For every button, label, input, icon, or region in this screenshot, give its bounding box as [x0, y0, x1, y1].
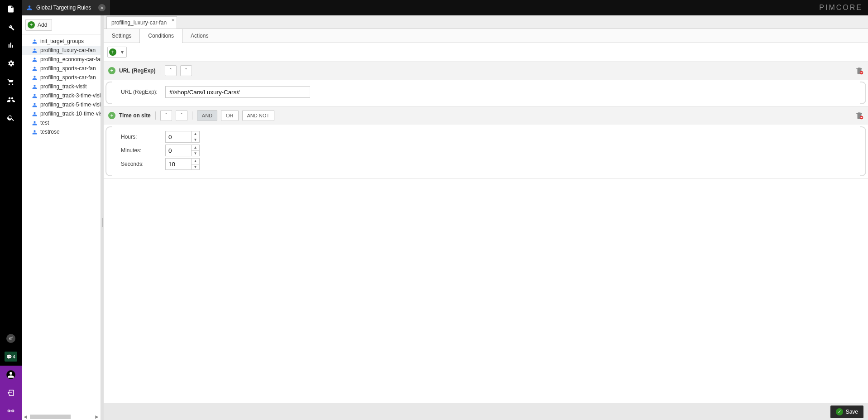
rule-item[interactable]: profiling_track-10-time-visitor [22, 109, 101, 118]
horizontal-scrollbar[interactable]: ◄ ► [22, 413, 101, 420]
rule-item[interactable]: profiling_luxury-car-fan [22, 46, 101, 55]
op-and-not-button[interactable]: AND NOT [242, 110, 275, 121]
spinner-up-icon[interactable]: ▲ [192, 131, 199, 137]
rail-exit-icon[interactable] [0, 384, 22, 402]
number-spinner: ▲ ▼ [165, 145, 200, 156]
user-icon [32, 93, 38, 99]
footer-bar: ✓ Save [104, 403, 868, 420]
tab-actions[interactable]: Actions [182, 29, 216, 43]
condition-block: + Time on site ˄ ˅ AND OR AND NOT Hours:… [104, 106, 868, 179]
plus-icon[interactable]: + [108, 112, 115, 119]
delete-icon[interactable] [855, 67, 863, 75]
sub-tabs: Settings Conditions Actions [104, 29, 868, 43]
plus-icon: + [28, 21, 35, 29]
scroll-thumb[interactable] [30, 415, 71, 419]
delete-icon[interactable] [855, 111, 863, 120]
rule-item[interactable]: test [22, 118, 101, 127]
paren-right-icon [860, 126, 866, 176]
user-icon [32, 84, 38, 90]
user-icon [32, 129, 38, 135]
add-rule-button[interactable]: + Add [25, 19, 52, 31]
tab-settings[interactable]: Settings [104, 29, 139, 43]
condition-block: + URL (RegExp) ˄ ˅ URL (RegExp): [104, 62, 868, 106]
condition-title: Time on site [119, 112, 151, 119]
rule-item-label: profiling_track-10-time-visitor [40, 111, 101, 117]
content-area: profiling_luxury-car-fan ✕ Settings Cond… [104, 15, 868, 420]
rail-symfony-icon[interactable]: sf [0, 329, 22, 348]
move-up-button[interactable]: ˄ [165, 65, 177, 76]
scroll-right-icon[interactable]: ► [93, 414, 101, 420]
form-row: Minutes: ▲ ▼ [121, 145, 863, 156]
rail-account-icon[interactable] [0, 366, 22, 384]
rail-cart-icon[interactable] [0, 72, 22, 91]
splitter[interactable] [101, 15, 104, 420]
paren-left-icon [106, 82, 112, 104]
rule-item[interactable]: init_target_groups [22, 37, 101, 46]
file-tab-active[interactable]: profiling_luxury-car-fan ✕ [106, 16, 177, 29]
rail-notifications-icon[interactable]: 💬4 [0, 348, 22, 366]
spinner-up-icon[interactable]: ▲ [192, 145, 199, 151]
rail-people-icon[interactable] [0, 91, 22, 109]
rule-item[interactable]: profiling_track-5-time-visitor [22, 100, 101, 109]
conditions-panel: + URL (RegExp) ˄ ˅ URL (RegExp): + Time … [104, 62, 868, 403]
user-icon [32, 120, 38, 126]
spinner-down-icon[interactable]: ▼ [192, 137, 199, 143]
tab-conditions[interactable]: Conditions [139, 29, 182, 43]
check-icon: ✓ [836, 408, 843, 415]
save-button[interactable]: ✓ Save [830, 406, 863, 418]
rule-item[interactable]: profiling_sports-car-fan [22, 64, 101, 73]
rail-file-icon[interactable] [0, 0, 22, 18]
rule-item[interactable]: profiling_sports-car-fan [22, 73, 101, 82]
rail-infinity-icon[interactable] [0, 402, 22, 420]
field-label: Minutes: [121, 147, 159, 154]
move-down-button[interactable]: ˅ [176, 110, 187, 121]
move-down-button[interactable]: ˅ [180, 65, 192, 76]
file-tab-close-icon[interactable]: ✕ [171, 18, 175, 23]
rail-badge-count: 4 [13, 354, 15, 359]
rail-chart-icon[interactable] [0, 36, 22, 54]
field-label: URL (RegExp): [121, 89, 159, 95]
paren-left-icon [106, 126, 112, 176]
rail-wrench-icon[interactable] [0, 18, 22, 36]
condition-header: + Time on site ˄ ˅ AND OR AND NOT [104, 106, 868, 125]
move-up-button[interactable]: ˄ [160, 110, 172, 121]
paren-right-icon [860, 82, 866, 104]
rule-item[interactable]: profiling_track-vistit [22, 82, 101, 91]
window-tabbar: Global Targeting Rules ✕ PIMCORE [22, 0, 868, 15]
rule-item-label: profiling_track-vistit [40, 83, 87, 90]
spinner-down-icon[interactable]: ▼ [192, 151, 199, 156]
spinner-input[interactable] [166, 159, 191, 169]
spinner-input[interactable] [166, 131, 191, 142]
file-tabs: profiling_luxury-car-fan ✕ [104, 15, 868, 29]
chevron-down-icon[interactable]: ▾ [118, 47, 126, 57]
condition-body: URL (RegExp): [104, 80, 868, 106]
op-or-button[interactable]: OR [221, 110, 239, 121]
add-condition-button[interactable]: + ▾ [107, 47, 127, 58]
rule-item-label: profiling_sports-car-fan [40, 74, 96, 81]
url-regexp-input[interactable] [165, 86, 310, 98]
field-label: Hours: [121, 134, 159, 140]
window-tab-targeting[interactable]: Global Targeting Rules ✕ [22, 0, 110, 15]
user-icon [32, 39, 38, 44]
icon-rail: sf 💬4 [0, 0, 22, 420]
op-and-button[interactable]: AND [197, 110, 217, 121]
spinner-input[interactable] [166, 145, 191, 156]
add-label: Add [38, 22, 47, 28]
plus-icon[interactable]: + [108, 67, 115, 74]
condition-header: + URL (RegExp) ˄ ˅ [104, 62, 868, 80]
user-icon [32, 48, 38, 53]
scroll-left-icon[interactable]: ◄ [22, 414, 29, 420]
user-icon [26, 5, 33, 11]
rule-item[interactable]: profiling_track-3-time-visitor [22, 91, 101, 100]
field-label: Seconds: [121, 161, 159, 167]
spinner-up-icon[interactable]: ▲ [192, 159, 199, 164]
rule-item[interactable]: profiling_economy-car-fan [22, 55, 101, 64]
rail-gear-icon[interactable] [0, 54, 22, 72]
number-spinner: ▲ ▼ [165, 158, 200, 170]
close-icon[interactable]: ✕ [98, 4, 106, 11]
number-spinner: ▲ ▼ [165, 131, 200, 143]
rule-item[interactable]: testrose [22, 127, 101, 136]
rail-search-icon[interactable] [0, 109, 22, 127]
rule-item-label: profiling_track-3-time-visitor [40, 92, 101, 99]
spinner-down-icon[interactable]: ▼ [192, 164, 199, 170]
